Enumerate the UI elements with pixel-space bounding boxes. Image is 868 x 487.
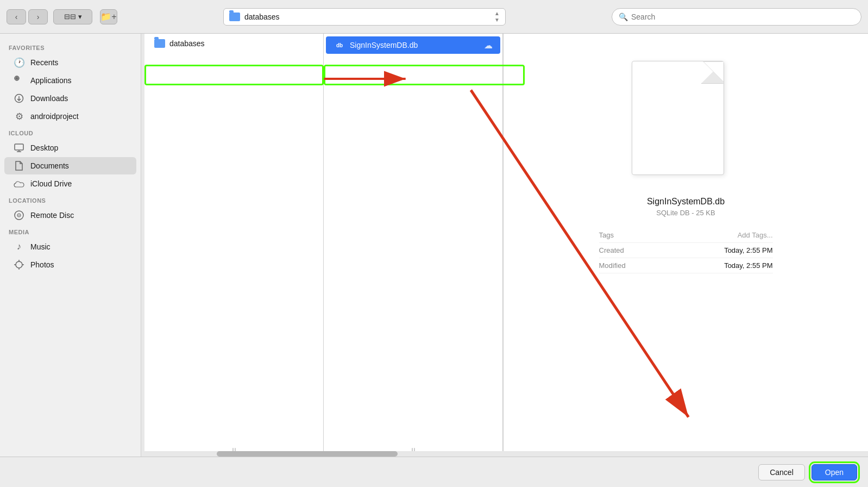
new-folder-icon: 📁+ xyxy=(100,11,116,22)
modified-label: Modified xyxy=(599,261,626,270)
sidebar-item-applications[interactable]: Applications xyxy=(4,72,136,89)
sidebar-item-label: Remote Disc xyxy=(30,211,74,220)
open-button[interactable]: Open xyxy=(812,464,857,480)
svg-point-13 xyxy=(16,261,22,268)
item-label: SignInSystemDB.db xyxy=(350,41,418,49)
music-icon: ♪ xyxy=(13,241,25,253)
forward-button[interactable]: › xyxy=(28,9,48,24)
new-folder-button[interactable]: 📁+ xyxy=(100,9,117,24)
file-page-shape xyxy=(632,61,724,175)
androidproject-icon: ⚙ xyxy=(13,110,25,122)
svg-point-12 xyxy=(18,215,20,216)
sidebar-item-photos[interactable]: Photos xyxy=(4,256,136,273)
search-bar[interactable]: 🔍 xyxy=(612,8,861,26)
column-2: db SignInSystemDB.db ☁ xyxy=(324,34,503,457)
preview-meta: Tags Add Tags... Created Today, 2:55 PM … xyxy=(599,228,773,273)
sidebar-item-label: Recents xyxy=(30,58,58,67)
meta-created-row: Created Today, 2:55 PM xyxy=(599,243,773,258)
recents-icon: 🕐 xyxy=(13,57,25,68)
scrollbar-thumb[interactable] xyxy=(217,451,398,457)
horizontal-scrollbar[interactable] xyxy=(144,451,868,457)
sidebar-item-label: Applications xyxy=(30,76,72,85)
toolbar-nav: ‹ › xyxy=(7,9,48,24)
documents-icon xyxy=(13,160,25,172)
media-section-label: Media xyxy=(0,224,141,238)
back-button[interactable]: ‹ xyxy=(7,9,26,24)
svg-rect-7 xyxy=(15,144,23,150)
list-item[interactable]: db SignInSystemDB.db ☁ xyxy=(326,36,500,54)
cloud-sync-icon: ☁ xyxy=(484,40,493,51)
view-icon: ⊟⊟ xyxy=(64,13,76,21)
path-title: databases xyxy=(244,13,280,21)
db-file-icon: db xyxy=(334,39,345,51)
preview-file-icon xyxy=(632,61,740,186)
search-input[interactable] xyxy=(631,13,854,21)
finder-window: ‹ › ⊟⊟ ▾ 📁+ databases ▲ ▼ 🔍 xyxy=(0,0,868,487)
sidebar-item-label: Documents xyxy=(30,161,69,170)
search-icon: 🔍 xyxy=(619,13,628,21)
sidebar-item-label: Downloads xyxy=(30,94,68,103)
icloud-section-label: iCloud xyxy=(0,126,141,139)
created-value: Today, 2:55 PM xyxy=(724,246,772,254)
remote-disc-icon xyxy=(13,209,25,221)
view-button[interactable]: ⊟⊟ ▾ xyxy=(53,9,92,24)
preview-pane: SignInSystemDB.db SQLite DB - 25 KB Tags… xyxy=(503,34,868,457)
meta-tags-row: Tags Add Tags... xyxy=(599,228,773,243)
sidebar-item-label: Desktop xyxy=(30,143,58,152)
downloads-icon xyxy=(13,92,25,104)
sidebar-item-downloads[interactable]: Downloads xyxy=(4,90,136,107)
sidebar: Favorites 🕐 Recents Applications Downloa… xyxy=(0,34,141,457)
path-arrows: ▲ ▼ xyxy=(494,10,500,23)
meta-modified-row: Modified Today, 2:55 PM xyxy=(599,258,773,273)
tags-value[interactable]: Add Tags... xyxy=(738,231,773,239)
icloud-drive-icon xyxy=(13,178,25,190)
favorites-section-label: Favorites xyxy=(0,40,141,53)
desktop-icon xyxy=(13,142,25,154)
sidebar-item-label: Music xyxy=(30,242,51,251)
toolbar: ‹ › ⊟⊟ ▾ 📁+ databases ▲ ▼ 🔍 xyxy=(0,0,868,34)
sidebar-item-desktop[interactable]: Desktop xyxy=(4,139,136,157)
view-chevron: ▾ xyxy=(78,13,82,21)
main-content: Favorites 🕐 Recents Applications Downloa… xyxy=(0,34,868,457)
locations-section-label: Locations xyxy=(0,193,141,206)
sidebar-item-remote-disc[interactable]: Remote Disc xyxy=(4,207,136,224)
sidebar-item-androidproject[interactable]: ⚙ androidproject xyxy=(4,108,136,125)
preview-filetype: SQLite DB - 25 KB xyxy=(656,209,715,217)
tags-label: Tags xyxy=(599,231,614,239)
folder-icon xyxy=(229,13,240,21)
item-label: databases xyxy=(169,39,205,48)
created-label: Created xyxy=(599,246,624,254)
sidebar-item-label: androidproject xyxy=(30,112,79,121)
path-bar: databases ▲ ▼ xyxy=(223,8,506,26)
photos-icon xyxy=(13,259,25,271)
sidebar-item-recents[interactable]: 🕐 Recents xyxy=(4,54,136,71)
sidebar-item-icloud-drive[interactable]: iCloud Drive xyxy=(4,175,136,192)
sidebar-item-label: iCloud Drive xyxy=(30,179,72,188)
cancel-button[interactable]: Cancel xyxy=(758,464,805,480)
folder-icon xyxy=(154,39,165,48)
preview-filename: SignInSystemDB.db xyxy=(647,197,725,207)
modified-value: Today, 2:55 PM xyxy=(724,261,772,270)
sidebar-item-music[interactable]: ♪ Music xyxy=(4,238,136,255)
sidebar-item-label: Photos xyxy=(30,260,54,269)
column-1: databases xyxy=(144,34,324,457)
sidebar-item-documents[interactable]: Documents xyxy=(4,157,136,174)
applications-icon xyxy=(13,74,25,86)
bottom-bar: Cancel Open xyxy=(0,457,868,487)
columns-area: databases db SignInSystemDB.db ☁ xyxy=(144,34,868,457)
list-item[interactable]: databases xyxy=(147,36,321,51)
